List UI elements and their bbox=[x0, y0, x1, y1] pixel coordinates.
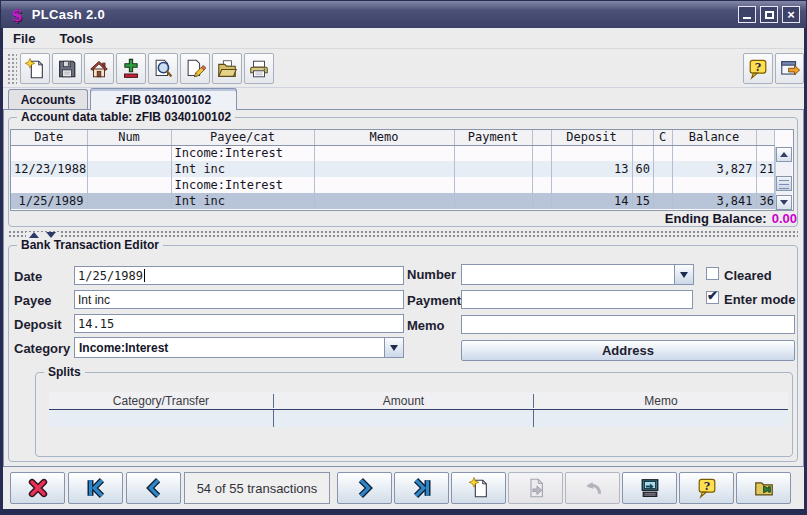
cell-memo[interactable] bbox=[314, 193, 454, 209]
cell-num[interactable] bbox=[87, 193, 171, 209]
cell-payment[interactable] bbox=[454, 193, 532, 209]
menu-file[interactable]: File bbox=[3, 31, 47, 46]
deposit-field[interactable]: 14.15 bbox=[74, 314, 404, 333]
col-header-memo[interactable]: Memo bbox=[314, 130, 454, 145]
col-header-balance[interactable]: Balance bbox=[672, 130, 756, 145]
add-remove-account-button[interactable] bbox=[116, 53, 146, 84]
cell-balance-cents[interactable]: 36 bbox=[756, 193, 774, 209]
cell-payee[interactable]: Income:Interest bbox=[171, 145, 314, 161]
cell-date[interactable] bbox=[11, 145, 87, 161]
maximize-button[interactable] bbox=[760, 6, 778, 23]
new-file-button[interactable] bbox=[20, 53, 50, 84]
cell-deposit[interactable] bbox=[551, 145, 632, 161]
date-field[interactable]: 1/25/1989 bbox=[74, 266, 404, 285]
scroll-down-button[interactable] bbox=[776, 195, 792, 210]
scrollbar-thumb[interactable] bbox=[776, 176, 792, 191]
toolbar-grip[interactable] bbox=[7, 53, 17, 84]
splits-col-category[interactable]: Category/Transfer bbox=[49, 394, 274, 408]
previous-transaction-button[interactable] bbox=[126, 472, 181, 504]
cell-payment-cents[interactable] bbox=[532, 161, 551, 177]
cell-memo[interactable] bbox=[314, 161, 454, 177]
category-combobox[interactable]: Income:Interest bbox=[74, 337, 404, 358]
help-button[interactable] bbox=[743, 53, 773, 84]
cell-balance[interactable]: 3,841 bbox=[672, 193, 756, 209]
payment-field[interactable] bbox=[461, 290, 693, 309]
cell-num[interactable] bbox=[87, 161, 171, 177]
new-transaction-button[interactable] bbox=[451, 472, 506, 504]
cell-deposit[interactable]: 14 bbox=[551, 193, 632, 209]
col-header-payee-cat[interactable]: Payee/cat bbox=[171, 130, 314, 145]
col-header-date[interactable]: Date bbox=[11, 130, 87, 145]
calculator-button[interactable] bbox=[622, 472, 677, 504]
cell-payee[interactable]: Income:Interest bbox=[171, 177, 314, 193]
cell-deposit-cents[interactable] bbox=[632, 177, 653, 193]
help-button-bottom[interactable] bbox=[679, 472, 734, 504]
find-button[interactable] bbox=[148, 53, 178, 84]
close-account-button[interactable] bbox=[736, 472, 791, 504]
cell-deposit[interactable] bbox=[551, 177, 632, 193]
cell-balance[interactable] bbox=[672, 145, 756, 161]
cell-balance-cents[interactable]: 21 bbox=[756, 161, 774, 177]
enter-mode-checkbox[interactable]: ✔ bbox=[706, 291, 719, 304]
cell-balance[interactable] bbox=[672, 177, 756, 193]
cell-deposit[interactable]: 13 bbox=[551, 161, 632, 177]
cleared-checkbox[interactable] bbox=[706, 267, 719, 280]
cell-cleared[interactable] bbox=[653, 177, 672, 193]
cell-deposit-cents[interactable]: 15 bbox=[632, 193, 653, 209]
next-transaction-button[interactable] bbox=[337, 472, 392, 504]
col-header-balance-cents[interactable] bbox=[756, 130, 774, 145]
address-button[interactable]: Address bbox=[461, 340, 795, 361]
home-accounts-button[interactable] bbox=[84, 53, 114, 84]
cell-memo[interactable] bbox=[314, 145, 454, 161]
cell-num[interactable] bbox=[87, 177, 171, 193]
cell-date[interactable]: 1/25/1989 bbox=[11, 193, 87, 209]
cell-payment-cents[interactable] bbox=[532, 193, 551, 209]
exit-button[interactable] bbox=[775, 53, 804, 84]
col-header-num[interactable]: Num bbox=[87, 130, 171, 145]
cell-balance[interactable]: 3,827 bbox=[672, 161, 756, 177]
cell-cleared[interactable] bbox=[653, 193, 672, 209]
cell-payment[interactable] bbox=[454, 145, 532, 161]
undo-button[interactable] bbox=[565, 472, 620, 504]
cell-num[interactable] bbox=[87, 145, 171, 161]
number-dropdown-button[interactable] bbox=[674, 265, 693, 284]
cell-cleared[interactable] bbox=[653, 161, 672, 177]
cell-payment-cents[interactable] bbox=[532, 145, 551, 161]
col-header-payment-cents[interactable] bbox=[532, 130, 551, 145]
cell-balance-cents[interactable] bbox=[756, 145, 774, 161]
tab-accounts[interactable]: Accounts bbox=[8, 89, 88, 110]
category-dropdown-button[interactable] bbox=[384, 338, 403, 357]
table-row[interactable]: 12/23/1988 Int inc 13 60 3,827 21 bbox=[11, 161, 774, 177]
col-header-cleared[interactable]: C bbox=[653, 130, 672, 145]
last-transaction-button[interactable] bbox=[394, 472, 449, 504]
memo-field[interactable] bbox=[461, 315, 795, 334]
save-button[interactable] bbox=[52, 53, 82, 84]
table-row[interactable]: Income:Interest bbox=[11, 177, 774, 193]
table-row[interactable]: Income:Interest bbox=[11, 145, 774, 161]
splits-empty-row[interactable] bbox=[49, 410, 788, 427]
col-header-deposit-cents[interactable] bbox=[632, 130, 653, 145]
splits-col-amount[interactable]: Amount bbox=[274, 394, 534, 408]
cell-date[interactable]: 12/23/1988 bbox=[11, 161, 87, 177]
cell-deposit-cents[interactable] bbox=[632, 145, 653, 161]
cell-payee[interactable]: Int inc bbox=[171, 161, 314, 177]
cell-balance-cents[interactable] bbox=[756, 177, 774, 193]
edit-button[interactable] bbox=[180, 53, 210, 84]
scroll-up-button[interactable] bbox=[776, 147, 792, 162]
titlebar[interactable]: $ PLCash 2.0 × bbox=[1, 1, 806, 28]
number-combobox[interactable] bbox=[461, 264, 694, 285]
cell-memo[interactable] bbox=[314, 177, 454, 193]
delete-transaction-button[interactable] bbox=[10, 472, 65, 504]
minimize-button[interactable] bbox=[738, 6, 756, 23]
cell-payment[interactable] bbox=[454, 177, 532, 193]
col-header-payment[interactable]: Payment bbox=[454, 130, 532, 145]
cell-deposit-cents[interactable]: 60 bbox=[632, 161, 653, 177]
close-button[interactable]: × bbox=[782, 6, 800, 23]
cell-payment-cents[interactable] bbox=[532, 177, 551, 193]
open-file-button[interactable] bbox=[212, 53, 242, 84]
table-row-selected[interactable]: 1/25/1989 Int inc 14 15 3,841 36 bbox=[11, 193, 774, 209]
cell-payee[interactable]: Int inc bbox=[171, 193, 314, 209]
col-header-deposit[interactable]: Deposit bbox=[551, 130, 632, 145]
tab-account-zfib[interactable]: zFIB 0340100102 bbox=[90, 88, 237, 110]
cell-cleared[interactable] bbox=[653, 145, 672, 161]
